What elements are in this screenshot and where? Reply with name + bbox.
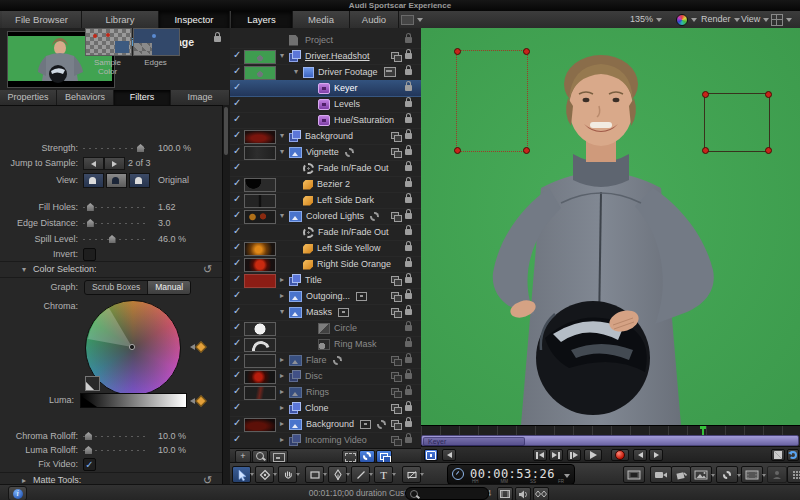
selection-box-right[interactable] [704,93,770,152]
layer-checkbox[interactable]: ✓ [233,177,241,188]
timeline-track[interactable]: Keyer [421,435,799,446]
tab-properties[interactable]: Properties [0,90,57,105]
disclosure-triangle[interactable]: ▾ [294,64,303,80]
lock-icon[interactable] [405,229,412,235]
step-back-button[interactable] [633,449,647,461]
tab-audio[interactable]: Audio [350,11,399,28]
disclosure-triangle[interactable]: ▾ [280,144,289,160]
layer-row-fade-in-fade-out[interactable]: ✓Fade In/Fade Out [230,224,421,241]
layer-row-outgoing-[interactable]: ✓▸Outgoing... [230,288,421,305]
frame-icon[interactable] [360,420,371,429]
layer-checkbox[interactable]: ✓ [233,97,241,108]
manual-option[interactable]: Manual [148,281,190,294]
layer-checkbox[interactable]: ✓ [233,113,241,124]
disclosure-triangle[interactable]: ▾ [280,304,289,320]
badge-icon[interactable] [384,67,396,77]
layer-row-driver-footage[interactable]: ✓▾Driver Footage [230,64,421,81]
layer-checkbox[interactable]: ✓ [233,433,241,444]
spill-level-slider[interactable] [83,235,145,244]
lock-icon[interactable] [405,325,412,331]
layer-checkbox[interactable]: ✓ [233,145,241,156]
full-screen-button[interactable] [623,466,645,483]
mask-tool[interactable] [402,466,421,483]
lock-icon[interactable] [405,357,412,363]
lock-icon[interactable] [405,277,412,283]
layer-checkbox[interactable]: ✓ [233,241,241,252]
line-tool[interactable] [351,466,370,483]
layer-row-right-side-orange[interactable]: ✓Right Side Orange [230,256,421,273]
render-menu-button[interactable]: Render [701,11,740,28]
layer-row-title[interactable]: ✓▸Title [230,272,421,289]
chroma-rolloff-value[interactable]: 10.0 % [158,429,186,443]
selection-handle[interactable] [454,147,461,154]
add-behavior-button[interactable] [716,466,738,483]
lock-icon[interactable] [405,309,412,315]
lock-icon[interactable] [405,197,412,203]
record-button[interactable] [611,449,629,461]
transparency-swatch-icon[interactable] [85,376,100,391]
layer-row-circle[interactable]: ✓Circle [230,320,421,337]
layer-checkbox[interactable]: ✓ [233,81,241,92]
layer-row-disc[interactable]: ✓▸Disc [230,368,421,385]
layer-checkbox[interactable]: ✓ [233,209,241,220]
layer-row-levels[interactable]: ✓Levels [230,96,421,113]
lock-icon[interactable] [405,149,412,155]
expand-timeline-button[interactable] [771,449,785,461]
fix-video-checkbox[interactable]: ✓ [83,458,96,471]
selection-handle[interactable] [523,48,530,55]
layer-checkbox[interactable]: ✓ [233,225,241,236]
layer-row-vignette[interactable]: ✓▾Vignette [230,144,421,161]
strength-value[interactable]: 100.0 % [158,141,191,155]
lock-icon[interactable] [405,405,412,411]
view-composite-button[interactable] [129,173,150,188]
next-sample-button[interactable] [104,157,125,170]
layer-checkbox[interactable]: ✓ [233,49,241,60]
layer-checkbox[interactable]: ✓ [233,337,241,348]
lock-icon[interactable] [405,373,412,379]
show-keyframes-button[interactable] [533,487,549,500]
canvas-viewport[interactable] [421,28,800,425]
disclosure-triangle[interactable]: ▾ [280,208,289,224]
layer-row-driver-headshot[interactable]: ✓▾Driver.Headshot [230,48,421,65]
lock-icon[interactable] [405,213,412,219]
gear-icon[interactable] [333,356,342,365]
disclosure-triangle[interactable]: ▸ [280,288,289,304]
layer-checkbox[interactable]: ✓ [233,417,241,428]
tab-image[interactable]: Image [171,90,230,105]
disclosure-triangle[interactable]: ▸ [280,400,289,416]
disclosure-triangle[interactable]: ▾ [280,128,289,144]
edge-distance-value[interactable]: 3.0 [158,216,171,230]
edge-distance-slider[interactable] [83,219,145,228]
zoom-level-button[interactable]: 135% [630,11,662,28]
selection-handle[interactable] [765,91,772,98]
play-from-start-button[interactable] [567,449,581,461]
layer-row-project[interactable]: Project [230,32,421,49]
tab-inspector[interactable]: Inspector [159,11,230,28]
step-forward-button[interactable] [649,449,663,461]
invert-checkbox[interactable] [83,248,96,261]
panel-options-button[interactable] [401,11,423,28]
fill-holes-value[interactable]: 1.62 [158,200,176,214]
timecode-display[interactable]: 00:00:53:26 HHMMSSFR [447,464,575,485]
disclosure-triangle[interactable]: ▸ [280,384,289,400]
edges-thumbnail[interactable] [133,28,180,56]
layer-checkbox[interactable]: ✓ [233,385,241,396]
layer-checkbox[interactable]: ✓ [233,193,241,204]
lock-icon[interactable] [405,53,412,59]
go-to-end-button[interactable] [549,449,563,461]
layer-row-masks[interactable]: ✓▾Masks [230,304,421,321]
frame-icon[interactable] [356,292,367,301]
luma-keyframe-control[interactable] [190,397,205,405]
gear-icon[interactable] [377,420,386,429]
layer-row-keyer[interactable]: ✓Keyer [230,80,421,97]
fill-holes-slider[interactable] [83,203,145,212]
lock-icon[interactable] [405,293,412,299]
lock-icon[interactable] [405,85,412,91]
layer-checkbox[interactable]: ✓ [233,65,241,76]
layer-row-clone[interactable]: ✓▸Clone [230,400,421,417]
bezier-tool[interactable] [328,466,347,483]
show-audio-tracks-button[interactable] [515,487,531,500]
luma-gradient-control[interactable] [80,393,187,408]
lock-icon[interactable] [405,389,412,395]
previous-sample-button[interactable] [83,157,104,170]
